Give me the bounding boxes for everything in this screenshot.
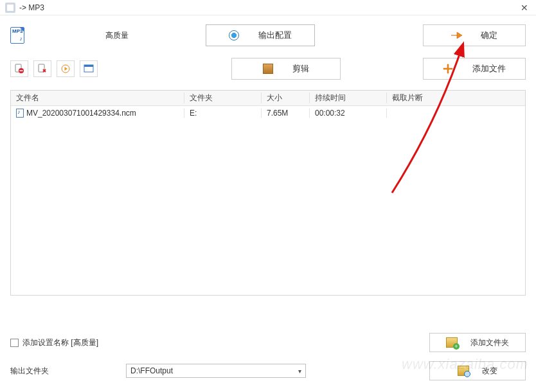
col-size[interactable]: 大小 xyxy=(262,93,310,103)
output-folder-select[interactable]: D:\FFOutput ▾ xyxy=(126,364,306,378)
arrow-right-icon xyxy=(451,30,461,40)
add-folder-label: 添加文件夹 xyxy=(470,337,509,348)
play-button[interactable] xyxy=(57,60,75,77)
add-file-button[interactable]: 添加文件 xyxy=(423,58,526,80)
cell-duration: 00:00:32 xyxy=(315,109,345,118)
cell-folder: E: xyxy=(190,109,197,118)
chevron-down-icon: ▾ xyxy=(298,368,301,375)
table-header: 文件名 文件夹 大小 持续时间 截取片断 xyxy=(11,91,525,106)
change-label: 改变 xyxy=(482,366,497,377)
change-folder-button[interactable]: 改变 xyxy=(429,361,526,380)
output-folder-label: 输出文件夹 xyxy=(10,366,49,377)
add-folder-button[interactable]: 添加文件夹 xyxy=(429,333,526,352)
audio-file-icon xyxy=(16,109,24,118)
remove-item-button[interactable] xyxy=(10,60,28,77)
folder-add-icon xyxy=(446,337,458,348)
edit-button[interactable]: 剪辑 xyxy=(231,58,341,80)
output-config-label: 输出配置 xyxy=(258,30,292,41)
output-config-button[interactable]: 输出配置 xyxy=(206,24,315,46)
col-folder[interactable]: 文件夹 xyxy=(184,93,262,103)
window-icon xyxy=(84,64,94,73)
window-title: -> MP3 xyxy=(19,3,44,12)
file-table: 文件名 文件夹 大小 持续时间 截取片断 MV_2020030710014293… xyxy=(10,90,526,296)
mp3-format-icon: MP3 ♪ xyxy=(10,27,24,44)
edit-label: 剪辑 xyxy=(292,63,309,75)
ok-button[interactable]: 确定 xyxy=(423,24,526,46)
table-row[interactable]: MV_202003071001429334.ncm E: 7.65M 00:00… xyxy=(11,106,525,120)
document-minus-icon xyxy=(14,64,24,74)
col-filename[interactable]: 文件名 xyxy=(11,93,184,103)
svg-rect-6 xyxy=(84,65,93,67)
plus-icon xyxy=(443,64,453,74)
add-file-label: 添加文件 xyxy=(472,63,506,75)
document-x-icon xyxy=(37,64,48,74)
quality-label: 高质量 xyxy=(105,30,129,41)
film-icon xyxy=(263,64,273,74)
cell-size: 7.65M xyxy=(267,109,288,118)
clear-list-button[interactable] xyxy=(33,60,51,77)
cell-filename: MV_202003071001429334.ncm xyxy=(26,109,136,118)
col-segment[interactable]: 截取片断 xyxy=(387,93,525,103)
add-setting-checkbox[interactable] xyxy=(10,339,19,347)
app-icon xyxy=(5,3,15,13)
title-bar: -> MP3 ✕ xyxy=(0,0,536,15)
col-duration[interactable]: 持续时间 xyxy=(310,93,387,103)
play-icon xyxy=(61,64,70,73)
output-folder-value: D:\FFOutput xyxy=(130,366,173,375)
folder-search-icon xyxy=(458,366,469,376)
details-button[interactable] xyxy=(80,60,98,77)
ok-label: 确定 xyxy=(481,30,497,41)
close-button[interactable]: ✕ xyxy=(518,3,531,13)
add-setting-label: 添加设置名称 [高质量] xyxy=(22,337,98,348)
svg-rect-2 xyxy=(20,70,23,71)
gear-icon xyxy=(229,30,239,40)
